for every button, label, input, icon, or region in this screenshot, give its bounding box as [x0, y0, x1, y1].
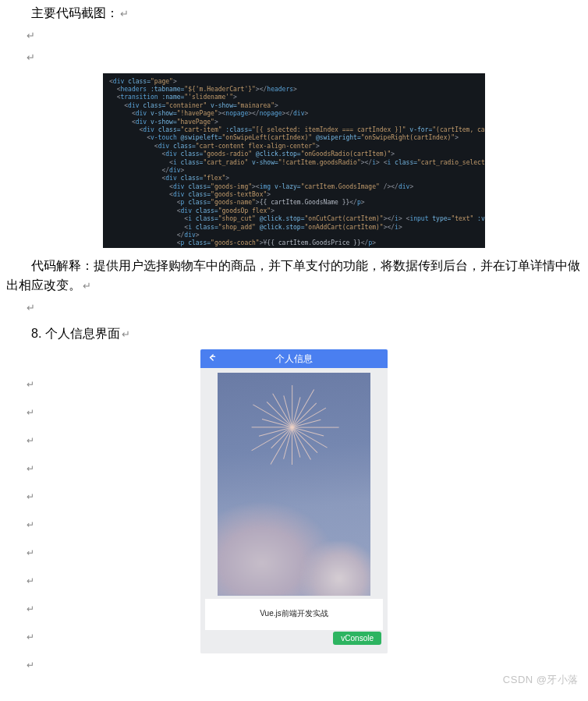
- phone-footer: vConsole: [200, 630, 388, 653]
- return-mark: ↵: [120, 8, 129, 19]
- back-icon[interactable]: [207, 352, 218, 366]
- blank-line: ↵: [6, 30, 582, 47]
- phone-screenshot: 个人信息 Vue.js前端开发实战 vConsole: [200, 349, 388, 653]
- return-mark: ↵: [83, 280, 91, 292]
- code-explanation: 代码解释：提供用户选择购物车中的商品，并下单支付的功能，将数据传到后台，并在订单…: [6, 256, 582, 296]
- code-screenshot-image: <div class="page"> <headers :tabname="${…: [103, 73, 485, 248]
- phone-title: 个人信息: [200, 352, 388, 366]
- csdn-watermark: CSDN @牙小落: [503, 673, 579, 687]
- phone-photo: [218, 373, 370, 596]
- phone-caption: Vue.js前端开发实战: [205, 599, 383, 630]
- left-return-markers: ↵ ↵ ↵ ↵ ↵ ↵ ↵ ↵ ↵ ↵ ↵: [27, 379, 34, 688]
- blank-line: ↵: [6, 302, 582, 319]
- vconsole-button[interactable]: vConsole: [333, 632, 381, 645]
- blank-line: ↵: [6, 51, 582, 69]
- phone-header: 个人信息: [200, 349, 388, 368]
- return-mark: ↵: [122, 328, 130, 340]
- heading-code-screenshot: 主要代码截图：↵: [6, 3, 582, 23]
- section-8-heading: 8. 个人信息界面↵: [6, 324, 582, 344]
